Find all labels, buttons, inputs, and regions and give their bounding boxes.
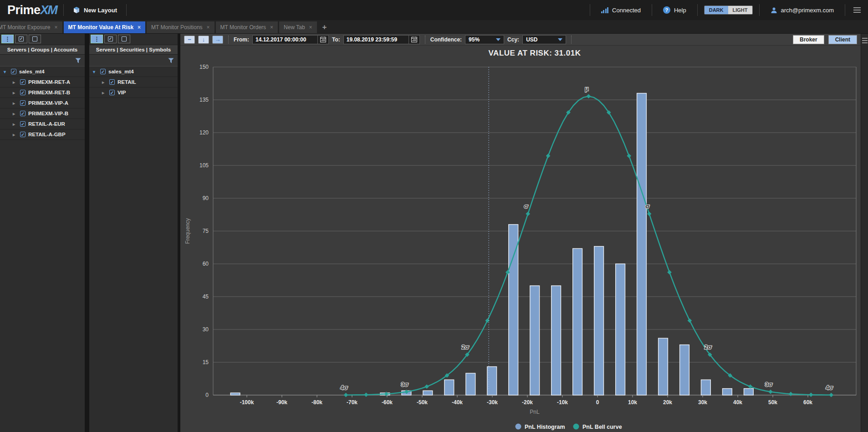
to-date-input[interactable] (344, 36, 408, 44)
node-checkbox[interactable]: ✓ (109, 79, 115, 85)
divider (590, 4, 590, 16)
divider (63, 4, 64, 16)
close-tab-icon[interactable]: × (55, 24, 58, 31)
tree-node-primexm-vip-b[interactable]: ▸ ✓ PRIMEXM-VIP-B (0, 108, 85, 119)
tab-new-tab[interactable]: New Tab × (279, 21, 317, 33)
tree-menu-button[interactable]: ⋮ (1, 35, 14, 43)
user-account[interactable]: arch@primexm.com (766, 7, 839, 14)
close-tab-icon[interactable]: × (309, 24, 312, 31)
move-right-button[interactable]: → (212, 36, 223, 44)
connected-label: Connected (612, 7, 641, 14)
svg-text:30: 30 (203, 326, 209, 333)
close-tab-icon[interactable]: × (270, 24, 273, 31)
svg-text:PnL Histogram: PnL Histogram (525, 424, 565, 430)
tab-mt-monitor-orders[interactable]: MT Monitor Orders × (216, 21, 278, 33)
svg-text:0: 0 (596, 399, 599, 406)
expand-arrow-icon[interactable]: ▾ (4, 69, 8, 74)
accounts-tree: ▾ ✓ sales_mt4 ▸ ✓ PRIMEXM-RET-A ▸ ✓ PRIM… (0, 67, 85, 432)
sidebar-symbols-toolbar: ⋮ ✓ (89, 34, 178, 45)
collapse-button[interactable]: − (184, 36, 195, 44)
sidebar-accounts-toolbar: ⋮ ✓ (0, 34, 85, 45)
header: PrimeXM New Layout Connected ? Help (0, 0, 868, 20)
collapse-arrow-icon[interactable]: ▸ (102, 80, 107, 85)
svg-text:-40k: -40k (452, 399, 463, 406)
deselect-all-button[interactable] (29, 35, 41, 43)
deselect-all-button[interactable] (118, 35, 130, 43)
panel-menu-icon[interactable] (860, 36, 868, 45)
node-checkbox[interactable]: ✓ (109, 90, 115, 95)
ccy-label: Ccy: (507, 36, 519, 43)
tab-mt-monitor-positions[interactable]: MT Monitor Positions × (147, 21, 214, 33)
tree-node-primexm-ret-b[interactable]: ▸ ✓ PRIMEXM-RET-B (0, 87, 85, 98)
move-down-button[interactable]: ↓ (198, 36, 209, 44)
select-all-button[interactable]: ✓ (15, 35, 27, 43)
svg-text:75: 75 (203, 228, 209, 234)
add-tab-button[interactable]: + (318, 23, 331, 33)
from-date-input[interactable] (253, 36, 317, 44)
theme-light-option[interactable]: LIGHT (728, 6, 752, 14)
svg-text:0: 0 (205, 392, 209, 398)
var-chart-panel: − ↓ → From: To: (180, 34, 861, 432)
accounts-filter-row[interactable] (0, 55, 85, 67)
theme-dark-option[interactable]: DARK (705, 6, 728, 14)
svg-text:μ: μ (585, 85, 588, 92)
tree-node-sales-mt4[interactable]: ▾ ✓ sales_mt4 (0, 67, 85, 77)
close-tab-icon[interactable]: × (207, 24, 210, 31)
calendar-icon[interactable] (317, 36, 328, 44)
currency-select[interactable]: USD (522, 35, 566, 44)
node-label: PRIMEXM-RET-A (28, 79, 70, 85)
svg-text:-70k: -70k (347, 399, 357, 406)
tree-node-primexm-vip-a[interactable]: ▸ ✓ PRIMEXM-VIP-A (0, 98, 85, 108)
confidence-select[interactable]: 95% (465, 35, 504, 44)
tree-node-retail-a-gbp[interactable]: ▸ ✓ RETAIL-A-GBP (0, 129, 85, 140)
collapse-arrow-icon[interactable]: ▸ (13, 132, 17, 137)
collapse-arrow-icon[interactable]: ▸ (13, 101, 17, 106)
node-checkbox[interactable]: ✓ (20, 121, 26, 127)
divider (652, 4, 652, 16)
node-checkbox[interactable]: ✓ (20, 111, 26, 116)
symbols-filter-row[interactable] (89, 55, 178, 67)
help-button[interactable]: ? Help (659, 6, 691, 14)
collapse-arrow-icon[interactable]: ▸ (13, 90, 17, 95)
node-checkbox[interactable]: ✓ (20, 90, 26, 95)
close-tab-icon[interactable]: × (138, 24, 141, 31)
node-checkbox[interactable]: ✓ (100, 69, 106, 74)
collapse-arrow-icon[interactable]: ▸ (13, 122, 17, 127)
tree-node-sales-mt4[interactable]: ▾ ✓ sales_mt4 (89, 67, 178, 77)
calendar-icon[interactable] (408, 36, 419, 44)
chevron-down-icon (558, 38, 562, 41)
select-all-button[interactable]: ✓ (104, 35, 117, 43)
tab-mt-monitor-value-at-risk[interactable]: MT Monitor Value At Risk × (64, 21, 146, 33)
tree-node-retail[interactable]: ▸ ✓ RETAIL (89, 77, 178, 87)
tree-node-primexm-ret-a[interactable]: ▸ ✓ PRIMEXM-RET-A (0, 77, 85, 87)
svg-text:3σ: 3σ (765, 381, 772, 388)
currency-value: USD (526, 36, 537, 43)
var-chart-area: VALUE AT RISK: 31.01K0153045607590105120… (180, 46, 861, 432)
new-layout-button[interactable]: New Layout (70, 5, 120, 15)
node-label: PRIMEXM-VIP-B (28, 111, 68, 116)
node-checkbox[interactable]: ✓ (11, 69, 16, 74)
sidebar-accounts-header: Servers | Groups | Accounts (0, 45, 85, 55)
tab-mt-monitor-exposure[interactable]: MT Monitor Exposure × (0, 21, 62, 33)
tab-label: MT Monitor Value At Risk (68, 24, 134, 31)
node-checkbox[interactable]: ✓ (20, 79, 26, 85)
connection-status[interactable]: Connected (597, 7, 645, 14)
tab-label: MT Monitor Positions (151, 24, 202, 31)
tree-node-vip[interactable]: ▸ ✓ VIP (89, 87, 178, 98)
node-checkbox[interactable]: ✓ (20, 132, 26, 137)
filter-funnel-icon (168, 58, 174, 63)
empty-box-icon (122, 36, 127, 41)
node-checkbox[interactable]: ✓ (20, 100, 26, 106)
collapse-arrow-icon[interactable]: ▸ (13, 111, 17, 116)
client-view-button[interactable]: Client (828, 35, 857, 44)
tree-menu-button[interactable]: ⋮ (91, 35, 103, 43)
svg-text:-90k: -90k (276, 399, 287, 406)
tree-node-retail-a-eur[interactable]: ▸ ✓ RETAIL-A-EUR (0, 119, 85, 129)
panel-divider[interactable] (85, 34, 89, 432)
broker-view-button[interactable]: Broker (793, 35, 824, 44)
theme-toggle[interactable]: DARK LIGHT (704, 5, 753, 15)
collapse-arrow-icon[interactable]: ▸ (13, 80, 17, 85)
collapse-arrow-icon[interactable]: ▸ (102, 90, 107, 95)
header-menu-icon[interactable] (852, 5, 863, 15)
expand-arrow-icon[interactable]: ▾ (93, 69, 97, 74)
